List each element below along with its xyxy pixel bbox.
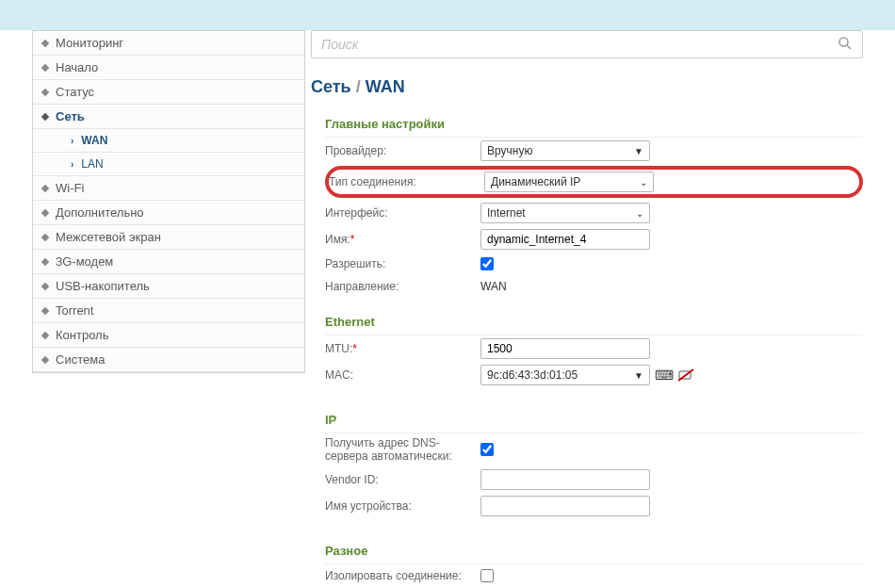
diamond-icon <box>41 282 49 289</box>
checkbox-dns-auto[interactable] <box>480 443 494 456</box>
diamond-icon <box>41 355 49 363</box>
label-name: Имя:* <box>325 233 480 246</box>
row-isolate: Изолировать соединение: <box>325 564 863 587</box>
sidebar-item-3g[interactable]: 3G-модем <box>33 250 304 274</box>
sidebar-item-network[interactable]: Сеть <box>33 105 304 129</box>
breadcrumb-part[interactable]: Сеть <box>311 77 351 96</box>
label-dns-auto: Получить адрес DNS-сервера автоматически… <box>325 436 480 464</box>
section-ethernet: Ethernet <box>325 309 863 335</box>
input-device-name[interactable] <box>480 496 650 516</box>
sidebar-label: Дополнительно <box>56 205 144 220</box>
required-icon: * <box>352 342 357 355</box>
sidebar-item-wifi[interactable]: Wi-Fi <box>33 176 304 201</box>
section-ip: IP <box>325 407 863 433</box>
sidebar-label: Начало <box>56 60 98 74</box>
input-mtu[interactable] <box>480 338 650 359</box>
sidebar-item-firewall[interactable]: Межсетевой экран <box>33 225 304 250</box>
label-interface: Интерфейс: <box>325 206 480 220</box>
label-mac: MAC: <box>325 368 480 382</box>
sidebar-item-usb[interactable]: USB-накопитель <box>33 274 304 299</box>
sidebar-item-advanced[interactable]: Дополнительно <box>33 201 304 225</box>
label-mtu: MTU:* <box>325 342 480 355</box>
row-interface: Интерфейс: Internet⌄ <box>325 200 863 226</box>
top-bar <box>0 0 895 30</box>
sidebar-sub-lan[interactable]: ›LAN <box>33 153 304 176</box>
sidebar-label: Статус <box>56 85 94 99</box>
sidebar-item-torrent[interactable]: Torrent <box>33 299 304 323</box>
chevron-right-icon: › <box>71 159 73 170</box>
sidebar-label: Контроль <box>56 328 108 342</box>
row-conn-type: Тип соединения: Динамический IP⌄ <box>325 166 863 198</box>
input-vendor-id[interactable] <box>480 469 650 490</box>
select-provider[interactable]: Вручную▼ <box>480 140 650 161</box>
caret-icon: ⌄ <box>640 177 647 188</box>
sidebar-label: Torrent <box>56 303 93 318</box>
diamond-icon <box>41 112 49 120</box>
sidebar-item-monitoring[interactable]: Мониторинг <box>33 31 304 56</box>
diamond-icon <box>41 257 49 265</box>
select-value: Динамический IP <box>491 175 580 188</box>
row-provider: Провайдер: Вручную▼ <box>325 138 863 164</box>
row-name: Имя:* <box>325 226 863 253</box>
svg-line-1 <box>847 45 851 49</box>
select-conn-type[interactable]: Динамический IP⌄ <box>484 172 654 192</box>
section-main: Главные настройки <box>325 111 863 138</box>
row-direction: Направление: WAN <box>325 275 863 298</box>
row-allow: Разрешить: <box>325 253 863 275</box>
sidebar-label: WAN <box>81 134 107 147</box>
label-conn-type: Тип соединения: <box>329 175 484 188</box>
search-input[interactable] <box>321 37 853 52</box>
sidebar: Мониторинг Начало Статус Сеть ›WAN ›LAN … <box>32 30 305 373</box>
sidebar-label: Система <box>56 352 105 367</box>
sidebar-sub-wan[interactable]: ›WAN <box>33 129 304 153</box>
svg-point-0 <box>839 38 848 46</box>
breadcrumb-part: WAN <box>366 77 405 96</box>
checkbox-isolate[interactable] <box>480 569 494 582</box>
sidebar-item-system[interactable]: Система <box>33 348 304 372</box>
label-vendor-id: Vendor ID: <box>325 473 480 486</box>
sidebar-label: Wi-Fi <box>56 181 84 195</box>
sidebar-item-control[interactable]: Контроль <box>33 323 304 348</box>
sidebar-label: LAN <box>81 157 103 171</box>
breadcrumb-sep: / <box>351 77 366 96</box>
select-mac[interactable]: 9c:d6:43:3d:01:05▼ <box>480 365 650 385</box>
label-allow: Разрешить: <box>325 257 480 270</box>
row-dns-auto: Получить адрес DNS-сервера автоматически… <box>325 433 863 466</box>
caret-icon: ▼ <box>634 146 643 156</box>
input-name[interactable] <box>480 229 650 250</box>
search-icon[interactable] <box>838 36 853 54</box>
caret-icon: ▼ <box>634 370 643 381</box>
chevron-right-icon: › <box>71 136 73 146</box>
row-mtu: MTU:* <box>325 335 863 362</box>
diamond-icon <box>41 63 49 71</box>
select-interface[interactable]: Internet⌄ <box>480 203 650 223</box>
sidebar-label: USB-накопитель <box>56 279 150 293</box>
diamond-icon <box>41 233 49 240</box>
select-value: 9c:d6:43:3d:01:05 <box>487 368 578 382</box>
sidebar-label: Мониторинг <box>56 36 123 50</box>
label-provider: Провайдер: <box>325 144 480 157</box>
diamond-icon <box>41 39 49 46</box>
clear-mac-icon[interactable] <box>678 368 695 383</box>
main-content: Сеть / WAN Главные настройки Провайдер: … <box>311 30 863 588</box>
select-value: Вручную <box>487 144 532 157</box>
diamond-icon <box>41 88 49 95</box>
checkbox-allow[interactable] <box>480 257 494 270</box>
sidebar-label: 3G-модем <box>56 254 113 269</box>
caret-icon: ⌄ <box>636 208 643 219</box>
section-misc: Разное <box>325 538 863 564</box>
breadcrumb: Сеть / WAN <box>311 73 863 111</box>
diamond-icon <box>41 208 49 216</box>
sidebar-item-status[interactable]: Статус <box>33 80 304 105</box>
row-vendor-id: Vendor ID: <box>325 466 863 493</box>
search-box[interactable] <box>311 30 863 58</box>
keyboard-icon[interactable]: ⌨ <box>656 368 673 383</box>
sidebar-item-start[interactable]: Начало <box>33 56 304 80</box>
row-device-name: Имя устройства: <box>325 493 863 519</box>
value-direction: WAN <box>480 280 507 293</box>
required-icon: * <box>350 233 355 246</box>
sidebar-label: Сеть <box>56 109 85 123</box>
sidebar-label: Межсетевой экран <box>56 230 161 244</box>
diamond-icon <box>41 184 49 191</box>
label-isolate: Изолировать соединение: <box>325 569 480 582</box>
